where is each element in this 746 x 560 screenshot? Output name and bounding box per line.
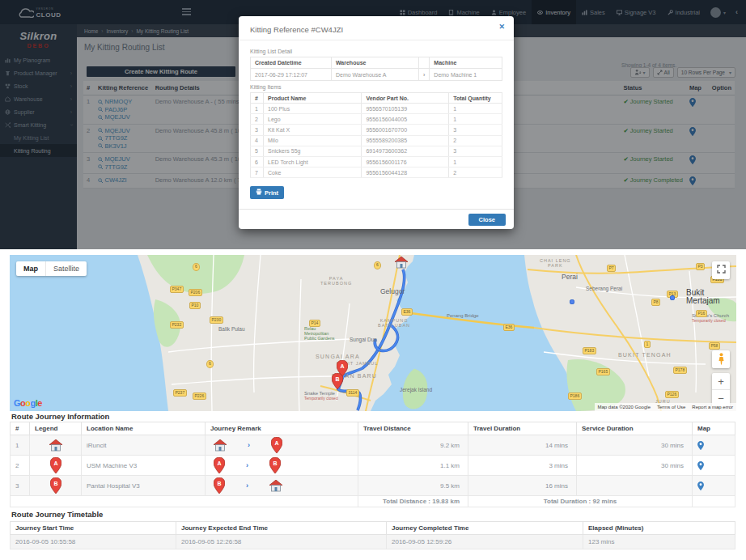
close-button[interactable]: Close — [468, 214, 506, 226]
item-cell: 1 — [449, 114, 502, 125]
item-cell: Coke — [263, 168, 361, 178]
map-pin-cell — [693, 476, 735, 496]
google-logo[interactable]: Google — [14, 398, 42, 408]
item-cell: Kit Kat X — [263, 125, 361, 135]
elapsed-minutes-value: 123 mins — [583, 535, 735, 549]
col-total-quantity: Total Quantity — [449, 93, 502, 104]
route-journey-timetable-title: Route Journey Timetable — [11, 510, 103, 519]
row-number: 1 — [11, 435, 30, 456]
col-created-datetime: Created Datetime — [251, 57, 332, 69]
map-data-credit: Map data ©2020 Google — [598, 405, 651, 409]
item-cell: 100 Plus — [263, 104, 361, 114]
total-distance: Total Distance : 19.83 km — [358, 496, 468, 507]
legend-cell: B — [30, 476, 82, 496]
col-legend: Legend — [30, 422, 82, 435]
map-type-control: Map Satellite — [16, 261, 87, 276]
map-pin-icon[interactable] — [697, 441, 730, 450]
pin-b-icon: B — [35, 477, 76, 494]
item-cell: 4 — [251, 135, 264, 146]
terms-of-use-link[interactable]: Terms of Use — [657, 405, 685, 409]
house-marker[interactable] — [395, 257, 408, 272]
route-arrow-icon: › — [419, 69, 430, 81]
print-button[interactable]: Print — [250, 186, 284, 199]
kitting-item-row: 3Kit Kat X95560016707003 — [251, 125, 502, 135]
svg-text:B: B — [335, 376, 339, 382]
map-type-satellite-button[interactable]: Satellite — [45, 261, 87, 276]
house-icon — [35, 439, 76, 452]
item-cell: Lego — [263, 114, 361, 125]
kitting-item-row: 5Snickers 55g69149736003623 — [251, 146, 502, 156]
col-vendor-part-no-: Vendor Part No. — [362, 93, 449, 104]
house-icon — [269, 480, 282, 492]
kitting-reference-modal: ✕ Kitting Reference #CW4JZI Kitting List… — [239, 16, 514, 229]
item-cell: 1 — [449, 156, 502, 167]
col-map: Map — [693, 422, 735, 435]
svg-text:A: A — [274, 440, 278, 446]
kitting-list-detail-table: Created Datetime Warehouse Machine 2017-… — [250, 57, 502, 81]
svg-text:B: B — [273, 460, 277, 466]
item-cell: 9556001670700 — [362, 125, 449, 135]
page: VENDRON CLOUD DashboardMachineEmployeeIn… — [0, 0, 746, 560]
legend-cell: A — [30, 456, 82, 476]
kitting-items-label: Kitting Items — [250, 84, 502, 90]
item-cell: 9555589200385 — [362, 135, 449, 146]
top-section: VENDRON CLOUD DashboardMachineEmployeeIn… — [0, 0, 746, 249]
map-pin-icon[interactable] — [697, 482, 730, 490]
zoom-in-button[interactable]: + — [712, 373, 730, 390]
col-location-name: Location Name — [82, 422, 206, 435]
item-cell: 9556156044128 — [362, 168, 449, 178]
col-elapsed-minutes: Elapsed (Minutes) — [583, 522, 735, 535]
item-cell: LED Torch Light — [263, 156, 361, 167]
col-travel-distance: Travel Distance — [358, 422, 468, 435]
service-duration-value: 30 mins — [577, 435, 693, 456]
item-cell: 7 — [251, 168, 264, 178]
google-map[interactable]: PAYATERUBONGGelugorKAMPUNGBATU UBANPenan… — [10, 255, 736, 411]
col--: # — [11, 422, 30, 435]
machine-value: Demo Machine 1 — [430, 69, 502, 81]
chevron-right-icon: › — [248, 441, 250, 449]
detail-row: 2017-06-29 17:12:07 Demo Warehouse A › D… — [251, 69, 502, 81]
map-attribution: Map data ©2020 Google Terms of Use Repor… — [595, 403, 737, 411]
kitting-item-row: 4Milo95555892003852 — [251, 135, 502, 146]
item-cell: 3 — [449, 146, 502, 156]
journey-remark-cell: A›B — [206, 456, 358, 476]
chevron-right-icon: › — [246, 461, 248, 469]
legend-cell — [30, 435, 82, 456]
item-cell: 9556570105139 — [362, 104, 449, 114]
map-type-map-button[interactable]: Map — [16, 261, 45, 276]
item-cell: 1 — [449, 104, 502, 114]
pin-b-marker[interactable]: B — [332, 373, 343, 392]
item-cell: 9556156001176 — [362, 156, 449, 167]
col-journey-start-time: Journey Start Time — [11, 522, 176, 535]
item-cell: 3 — [251, 125, 264, 135]
report-map-error-link[interactable]: Report a map error — [692, 405, 733, 409]
travel-distance-value: 1.1 km — [358, 456, 468, 476]
route-journey-information-title: Route Journey Information — [11, 412, 109, 421]
map-canvas — [10, 255, 736, 411]
item-cell: 6 — [251, 156, 264, 167]
svg-text:A: A — [217, 460, 221, 466]
house-icon — [214, 439, 227, 452]
kitting-list-detail-label: Kitting List Detail — [250, 49, 502, 54]
totals-row: Total Distance : 19.83 km Total Duration… — [11, 496, 735, 507]
item-cell: 2 — [449, 135, 502, 146]
journey-remark: ›A — [210, 437, 353, 453]
item-cell: 5 — [251, 146, 264, 156]
close-icon[interactable]: ✕ — [498, 23, 505, 31]
col-spacer — [419, 57, 430, 69]
kitting-item-row: 7Coke95561560441282 — [251, 168, 502, 178]
warehouse-value: Demo Warehouse A — [332, 69, 419, 81]
pin-b-icon: B — [214, 477, 225, 494]
pin-a-icon: A — [35, 457, 76, 473]
svg-text:B: B — [217, 481, 221, 486]
fullscreen-button[interactable] — [712, 261, 730, 279]
bottom-section: PAYATERUBONGGelugorKAMPUNGBATU UBANPenan… — [0, 249, 746, 560]
svg-text:A: A — [53, 460, 57, 466]
map-pin-icon[interactable] — [697, 461, 730, 470]
pegman-button[interactable] — [712, 350, 730, 368]
pin-b-icon: B — [269, 457, 281, 473]
item-cell: 9556156044005 — [362, 114, 449, 125]
kitting-items-table: #Product NameVendor Part No.Total Quanti… — [250, 92, 502, 178]
travel-duration-value: 14 mins — [468, 435, 577, 456]
kitting-item-row: 2Lego95561560440051 — [251, 114, 502, 125]
